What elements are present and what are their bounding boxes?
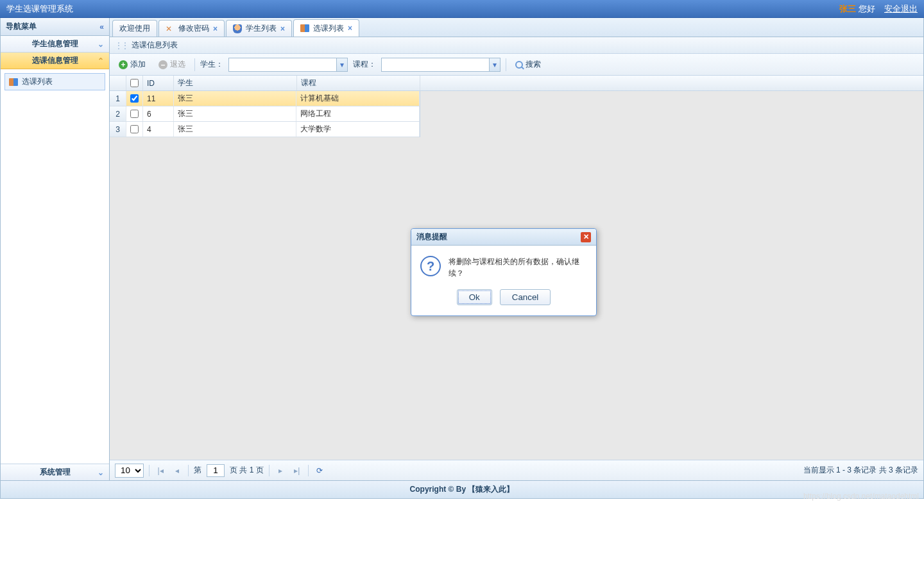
tab-bar: 欢迎使用 修改密码 × 学生列表 × 选课列表 × <box>110 18 923 37</box>
row-checkbox[interactable] <box>130 94 139 103</box>
separator <box>506 58 506 71</box>
row-number: 1 <box>110 91 126 106</box>
grid-header: ID 学生 课程 <box>110 76 923 91</box>
student-filter-label: 学生： <box>200 59 223 70</box>
book-icon <box>9 78 18 86</box>
accordion-label: 学生信息管理 <box>32 38 78 49</box>
search-label: 搜索 <box>526 59 541 70</box>
search-icon <box>515 61 523 69</box>
accordion-label: 选课信息管理 <box>32 55 78 66</box>
course-combo-input[interactable] <box>381 58 489 72</box>
col-id[interactable]: ID <box>143 76 174 90</box>
close-icon[interactable]: × <box>213 24 218 33</box>
row-checkbox-cell <box>126 91 143 106</box>
table-row[interactable]: 34张三大学数学 <box>110 122 420 137</box>
close-icon[interactable]: ✕ <box>581 232 591 242</box>
current-user: 张三 <box>839 3 856 15</box>
tree-node-selection-list[interactable]: 选课列表 <box>4 73 105 90</box>
panel-title-bar: ⋮⋮ 选课信息列表 <box>110 37 923 54</box>
dialog-body: ? 将删除与课程相关的所有数据，确认继续？ <box>411 246 596 285</box>
cell-student: 张三 <box>174 91 297 106</box>
grip-icon: ⋮⋮ <box>115 41 128 50</box>
user-icon <box>233 24 242 33</box>
cancel-button[interactable]: Cancel <box>500 289 551 305</box>
row-number: 2 <box>110 106 126 121</box>
toolbar: + 添加 – 退选 学生： ▾ 课程： ▾ <box>110 54 923 76</box>
add-button[interactable]: + 添加 <box>115 57 150 72</box>
col-checkbox[interactable] <box>126 76 143 90</box>
pager: 10 |◂ ◂ 第 页 共 1 页 ▸ ▸| ⟳ 当前显示 1 - 3 条记录 … <box>110 460 923 480</box>
course-filter-label: 课程： <box>353 59 376 70</box>
dialog-title: 消息提醒 <box>416 231 447 242</box>
wrench-icon <box>166 24 175 33</box>
greeting: 您好 <box>859 3 875 15</box>
watermark: https://blog.csdn.net/mataodehtml <box>803 492 919 501</box>
collapse-sidebar-icon[interactable]: « <box>99 22 104 31</box>
col-rownum <box>110 76 126 90</box>
tab-change-password[interactable]: 修改密码 × <box>158 20 225 37</box>
logout-link[interactable]: 安全退出 <box>884 3 918 15</box>
dialog-message: 将删除与课程相关的所有数据，确认继续？ <box>449 256 587 279</box>
accordion-system[interactable]: 系统管理 ⌄ <box>1 464 109 480</box>
col-student[interactable]: 学生 <box>174 76 297 90</box>
first-page-button[interactable]: |◂ <box>155 465 166 476</box>
row-checkbox[interactable] <box>130 110 139 118</box>
table-row[interactable]: 26张三网络工程 <box>110 106 420 122</box>
page-prefix: 第 <box>194 465 201 476</box>
cell-id: 6 <box>143 106 174 121</box>
add-label: 添加 <box>130 59 146 70</box>
chevron-up-icon: ⌃ <box>98 56 104 65</box>
refresh-button[interactable]: ⟳ <box>314 465 325 476</box>
separator <box>188 465 189 476</box>
cell-course: 网络工程 <box>296 106 420 121</box>
copyright: Copyright © By 【猿来入此】 <box>410 484 515 495</box>
dialog-buttons: Ok Cancel <box>411 285 596 315</box>
remove-label: 退选 <box>170 59 185 70</box>
row-checkbox[interactable] <box>130 125 139 133</box>
tab-student-list[interactable]: 学生列表 × <box>226 20 292 37</box>
ok-button[interactable]: Ok <box>457 289 492 305</box>
chevron-down-icon[interactable]: ▾ <box>489 58 501 72</box>
page-size-select[interactable]: 10 <box>115 464 144 478</box>
student-combo[interactable]: ▾ <box>228 58 348 72</box>
remove-button[interactable]: – 退选 <box>155 57 189 72</box>
accordion-student-info[interactable]: 学生信息管理 ⌄ <box>1 36 109 53</box>
tab-label: 学生列表 <box>246 23 277 34</box>
close-icon[interactable]: × <box>280 24 285 33</box>
separator <box>308 465 309 476</box>
cell-id: 4 <box>143 122 174 137</box>
sidebar: 导航菜单 « 学生信息管理 ⌄ 选课信息管理 ⌃ 选课列表 系统管理 ⌄ <box>1 18 110 480</box>
chevron-down-icon[interactable]: ▾ <box>336 58 348 72</box>
table-row[interactable]: 111张三计算机基础 <box>110 91 420 106</box>
separator <box>194 58 195 71</box>
top-bar: 学生选课管理系统 张三 您好 安全退出 <box>0 0 924 18</box>
pager-info: 当前显示 1 - 3 条记录 共 3 条记录 <box>803 465 918 476</box>
accordion-label: 系统管理 <box>40 467 71 478</box>
cell-student: 张三 <box>174 122 297 137</box>
dialog-title-bar[interactable]: 消息提醒 ✕ <box>411 229 596 246</box>
select-all-checkbox[interactable] <box>130 79 139 87</box>
next-page-button[interactable]: ▸ <box>275 465 286 476</box>
search-button[interactable]: 搜索 <box>511 57 545 72</box>
course-combo[interactable]: ▾ <box>381 58 501 72</box>
close-icon[interactable]: × <box>348 24 352 33</box>
row-checkbox-cell <box>126 122 143 137</box>
tab-label: 选课列表 <box>313 23 344 34</box>
cell-id: 11 <box>143 91 174 106</box>
cell-student: 张三 <box>174 106 297 121</box>
student-combo-input[interactable] <box>228 58 336 72</box>
sidebar-title: 导航菜单 <box>6 21 37 32</box>
confirm-dialog: 消息提醒 ✕ ? 将删除与课程相关的所有数据，确认继续？ Ok Cancel <box>411 228 597 316</box>
page-suffix: 页 共 1 页 <box>230 465 264 476</box>
panel-title: 选课信息列表 <box>132 40 178 51</box>
prev-page-button[interactable]: ◂ <box>171 465 183 476</box>
col-course[interactable]: 课程 <box>297 76 420 90</box>
cell-course: 计算机基础 <box>296 91 420 106</box>
tab-selection-list[interactable]: 选课列表 × <box>293 19 359 37</box>
book-icon <box>300 24 309 32</box>
chevron-down-icon: ⌄ <box>98 468 104 477</box>
tab-welcome[interactable]: 欢迎使用 <box>112 20 157 37</box>
page-input[interactable] <box>207 464 225 477</box>
accordion-selection-info[interactable]: 选课信息管理 ⌃ <box>1 53 109 69</box>
last-page-button[interactable]: ▸| <box>291 465 303 476</box>
